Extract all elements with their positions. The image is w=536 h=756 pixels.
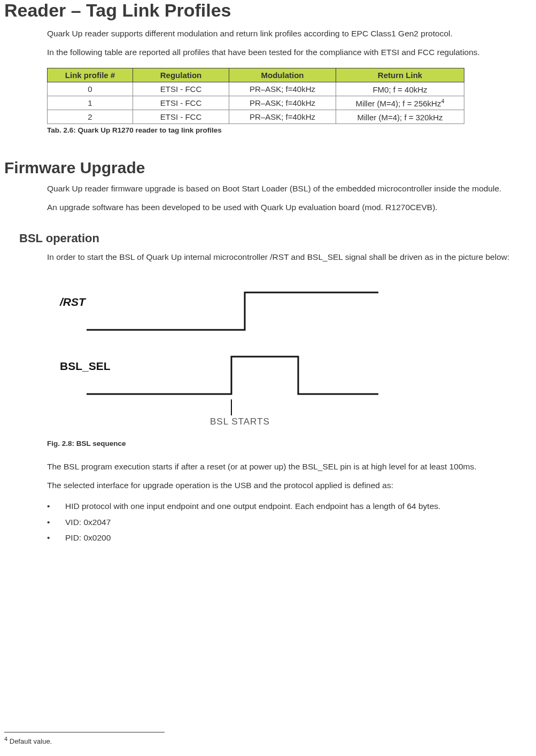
heading-reader-tag-link: Reader – Tag Link Profiles [4,0,536,21]
para-fw-1: Quark Up reader firmware upgrade is base… [47,183,533,195]
cell: ETSI - FCC [133,82,229,96]
para-intro-2: In the following table are reported all … [47,47,533,58]
cell: FM0; f = 40kHz [336,82,464,96]
table-row: 2 ETSI - FCC PR–ASK; f=40kHz Miller (M=4… [48,110,464,124]
th-return-link: Return Link [336,68,464,82]
figure-caption: Fig. 2.8: BSL sequence [47,439,536,448]
cell: PR–ASK; f=40kHz [229,110,336,124]
rst-label-text: /RST [59,296,87,308]
list-item: •HID protocol with one input endpoint an… [47,498,533,514]
heading-bsl-operation: BSL operation [19,232,536,245]
bsl-sequence-figure: /RST BSL_SEL BSL STARTS [47,279,536,431]
cell: 0 [48,82,133,96]
footnote: 4 Default value. [4,736,52,745]
list-item: •VID: 0x2047 [47,514,533,530]
bsl-sel-waveform-icon [87,357,378,394]
cell: ETSI - FCC [133,96,229,110]
footnote-rule-icon [4,732,165,732]
protocol-bullet-list: •HID protocol with one input endpoint an… [47,498,533,545]
cell: PR–ASK; f=40kHz [229,96,336,110]
table-caption: Tab. 2.6: Quark Up R1270 reader to tag l… [47,126,536,134]
para-bsl-1: In order to start the BSL of Quark Up in… [47,252,533,263]
cell: Miller (M=4); f = 320kHz [336,110,464,124]
cell: 2 [48,110,133,124]
heading-firmware-upgrade: Firmware Upgrade [4,159,536,177]
para-bsl-2: The BSL program execution starts if afte… [47,461,533,473]
bsl-starts-label-text: BSL STARTS [210,416,270,427]
table-row: 0 ETSI - FCC PR–ASK; f=40kHz FM0; f = 40… [48,82,464,96]
link-profiles-table: Link profile # Regulation Modulation Ret… [47,68,512,124]
cell: Miller (M=4); f = 256kHz4 [336,96,464,110]
th-link-profile: Link profile # [48,68,133,82]
para-intro-1: Quark Up reader supports different modul… [47,28,533,40]
rst-waveform-icon [87,292,378,330]
cell: 1 [48,96,133,110]
list-item: •PID: 0x0200 [47,530,533,545]
para-bsl-3: The selected interface for upgrade opera… [47,480,533,491]
cell: ETSI - FCC [133,110,229,124]
th-modulation: Modulation [229,68,336,82]
table-row: 1 ETSI - FCC PR–ASK; f=40kHz Miller (M=4… [48,96,464,110]
para-fw-2: An upgrade software has been developed t… [47,202,533,213]
th-regulation: Regulation [133,68,229,82]
cell: PR–ASK; f=40kHz [229,82,336,96]
bsl-sel-label-text: BSL_SEL [60,360,111,372]
